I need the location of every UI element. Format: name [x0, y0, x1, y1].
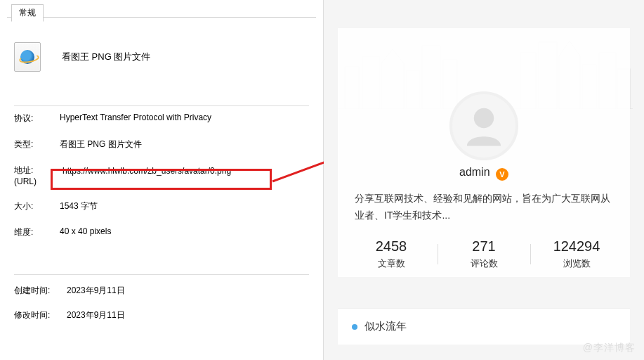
dates-block: 创建时间: 2023年9月11日 修改时间: 2023年9月11日	[14, 285, 125, 334]
property-list: 协议: HyperText Transfer Protocol with Pri…	[14, 112, 234, 252]
type-label: 类型:	[14, 139, 60, 150]
file-header-row: 看图王 PNG 图片文件	[14, 42, 150, 72]
stat-label: 文章数	[345, 257, 438, 270]
type-value: 看图王 PNG 图片文件	[60, 139, 142, 150]
stat-views[interactable]: 124294 浏览数	[530, 238, 623, 270]
stat-posts[interactable]: 2458 文章数	[345, 238, 438, 270]
profile-bio: 分享互联网技术、经验和见解的网站，旨在为广大互联网从业者、IT学生和技术...	[355, 191, 613, 224]
username-row: admin V	[338, 166, 630, 181]
created-label: 创建时间:	[14, 285, 67, 297]
username[interactable]: admin	[459, 166, 490, 178]
divider	[14, 274, 309, 275]
stat-label: 评论数	[438, 257, 530, 270]
dimensions-value: 40 x 40 pixels	[60, 226, 111, 236]
size-value: 1543 字节	[60, 200, 98, 212]
divider	[14, 105, 309, 106]
size-label: 大小:	[14, 200, 60, 212]
section-header[interactable]: 似水流年	[338, 308, 630, 345]
url-value[interactable]: https://www.hlwlb.com/zb_users/avatar/0.…	[60, 165, 234, 177]
protocol-label: 协议:	[14, 112, 60, 124]
verified-badge-icon: V	[496, 168, 508, 181]
section-title: 似水流年	[364, 320, 407, 333]
file-type-icon	[14, 42, 41, 72]
blog-sidebar: admin V 分享互联网技术、经验和见解的网站，旨在为广大互联网从业者、IT学…	[324, 0, 644, 360]
stat-num: 271	[438, 238, 530, 255]
url-label: 地址: (URL)	[14, 165, 60, 186]
tab-underline	[7, 17, 316, 18]
created-value: 2023年9月11日	[67, 285, 125, 297]
protocol-value: HyperText Transfer Protocol with Privacy	[60, 112, 211, 122]
stat-num: 2458	[345, 238, 438, 255]
stat-comments[interactable]: 271 评论数	[438, 238, 530, 270]
stat-label: 浏览数	[530, 257, 623, 270]
modified-label: 修改时间:	[14, 309, 67, 321]
user-icon	[459, 101, 508, 150]
modified-value: 2023年9月11日	[67, 309, 125, 321]
tab-general[interactable]: 常规	[11, 4, 44, 22]
svg-point-15	[474, 108, 494, 128]
stat-num: 124294	[530, 238, 623, 255]
dimensions-label: 维度:	[14, 226, 60, 238]
bullet-icon	[352, 324, 357, 330]
profile-card: admin V 分享互联网技术、经验和见解的网站，旨在为广大互联网从业者、IT学…	[338, 28, 630, 277]
avatar[interactable]	[449, 91, 518, 160]
profile-stats: 2458 文章数 271 评论数 124294 浏览数	[345, 238, 623, 270]
watermark: @李洋博客	[583, 342, 636, 354]
file-title: 看图王 PNG 图片文件	[62, 51, 150, 63]
properties-dialog: 常规 看图王 PNG 图片文件 协议: HyperText Transfer P…	[0, 0, 324, 360]
